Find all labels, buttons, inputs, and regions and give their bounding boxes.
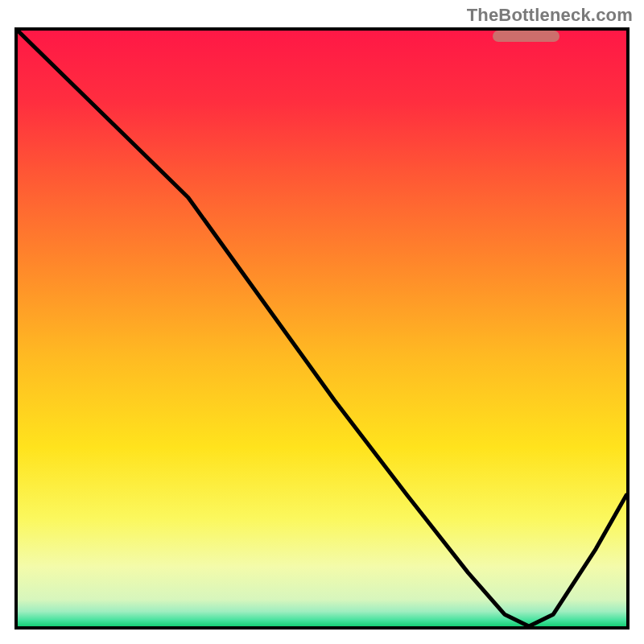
plot-area [18, 31, 626, 626]
plot-border [14, 27, 630, 630]
chart-frame: TheBottleneck.com [0, 0, 644, 644]
optimal-range-marker [493, 31, 559, 42]
chart-svg [18, 31, 626, 626]
watermark-text: TheBottleneck.com [467, 5, 633, 26]
